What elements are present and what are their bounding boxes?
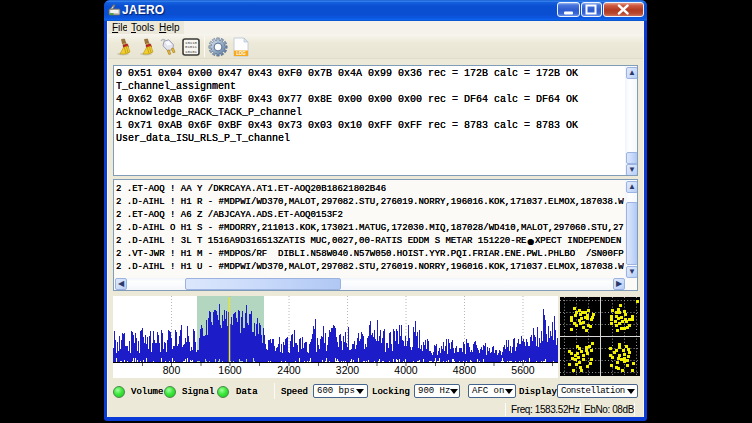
svg-text:1600: 1600	[218, 364, 242, 376]
svg-text:4000: 4000	[394, 364, 418, 376]
svg-text:2400: 2400	[277, 364, 301, 376]
svg-text:800: 800	[163, 364, 181, 376]
svg-text:10101: 10101	[185, 50, 198, 54]
svg-text:4800: 4800	[453, 364, 477, 376]
svg-text:LOG: LOG	[236, 51, 246, 56]
svg-text:5600: 5600	[511, 364, 535, 376]
svg-text:3200: 3200	[336, 364, 360, 376]
